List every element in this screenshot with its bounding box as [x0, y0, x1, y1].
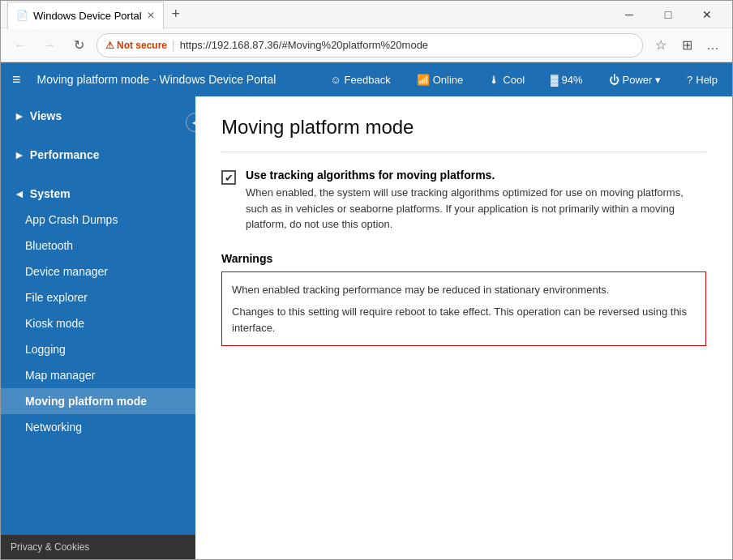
url-separator: | [172, 39, 175, 52]
sidebar-item-kiosk-mode[interactable]: Kiosk mode [1, 310, 195, 336]
content-area: Moving platform mode ✔ Use tracking algo… [195, 96, 732, 559]
sidebar-item-device-manager[interactable]: Device manager [1, 259, 195, 284]
tab-favicon-icon: 📄 [16, 10, 28, 21]
power-icon: ⏻ [609, 74, 619, 86]
checkbox-check-icon: ✔ [225, 172, 234, 184]
online-icon: 📶 [417, 74, 430, 86]
battery-icon: ▓ [551, 74, 558, 86]
sidebar-group-system[interactable]: ◄ System [1, 181, 195, 207]
url-bar[interactable]: ⚠ Not secure | https://192.168.87.36/#Mo… [96, 33, 643, 58]
warning-triangle-icon: ⚠ [105, 40, 114, 51]
security-label: Not secure [117, 40, 167, 51]
tracking-setting-label: Use tracking algorithms for moving platf… [246, 169, 706, 182]
more-options-icon[interactable]: … [701, 34, 724, 57]
online-label: Online [433, 74, 464, 86]
performance-triangle-icon: ► [14, 148, 25, 161]
browser-window: 📄 Windows Device Portal ✕ + ─ □ ✕ ← → ↻ … [0, 0, 733, 560]
sidebar-group-performance[interactable]: ► Performance [1, 142, 195, 168]
power-button[interactable]: ⏻ Power ▾ [602, 71, 667, 89]
help-icon: ? [687, 74, 692, 86]
address-bar: ← → ↻ ⚠ Not secure | https://192.168.87.… [1, 28, 732, 62]
sidebar-scroll: ► Views ► Performance ◄ System App Cras [1, 96, 195, 535]
temperature-icon: 🌡 [489, 74, 499, 86]
help-button[interactable]: ? Help [680, 71, 724, 89]
page-title: Moving platform mode [221, 116, 706, 152]
browser-tab[interactable]: 📄 Windows Device Portal ✕ [7, 2, 164, 29]
hamburger-menu-icon[interactable]: ≡ [9, 68, 24, 92]
sidebar-group-views[interactable]: ► Views [1, 103, 195, 129]
sidebar-item-app-crash-dumps[interactable]: App Crash Dumps [1, 207, 195, 233]
sidebar-item-logging[interactable]: Logging [1, 336, 195, 362]
tracking-setting-content: Use tracking algorithms for moving platf… [246, 169, 706, 233]
app-toolbar-title: Moving platform mode - Windows Device Po… [37, 73, 311, 86]
sidebar-section-performance: ► Performance [1, 135, 195, 174]
tab-close-icon[interactable]: ✕ [147, 10, 155, 21]
sidebar-item-bluetooth[interactable]: Bluetooth [1, 233, 195, 259]
tracking-setting-description: When enabled, the system will use tracki… [246, 185, 706, 233]
warning-line-2: Changes to this setting will require reb… [232, 304, 696, 336]
tab-title: Windows Device Portal [33, 10, 142, 22]
main-layout: ◀ ► Views ► Performance ◄ [1, 96, 732, 559]
sidebar-section-views: ► Views [1, 96, 195, 135]
sidebar-section-system: ◄ System App Crash Dumps Bluetooth Devic… [1, 174, 195, 447]
tracking-checkbox[interactable]: ✔ [221, 170, 236, 185]
title-bar: 📄 Windows Device Portal ✕ + ─ □ ✕ [1, 1, 732, 28]
battery-label: 94% [562, 74, 583, 86]
online-status[interactable]: 📶 Online [410, 71, 470, 89]
refresh-button[interactable]: ↻ [67, 34, 90, 57]
warnings-box: When enabled tracking performance may be… [221, 271, 706, 347]
sidebar-item-networking[interactable]: Networking [1, 414, 195, 440]
views-triangle-icon: ► [14, 109, 25, 122]
warning-line-1: When enabled tracking performance may be… [232, 282, 696, 298]
browser-toolbar-icons: ☆ ⊞ … [649, 34, 724, 57]
app-toolbar: ≡ Moving platform mode - Windows Device … [1, 62, 732, 96]
tracking-setting-row: ✔ Use tracking algorithms for moving pla… [221, 169, 706, 233]
reading-view-icon[interactable]: ⊞ [675, 34, 698, 57]
power-label: Power ▾ [623, 74, 661, 86]
security-warning: ⚠ Not secure [105, 40, 167, 51]
warnings-title: Warnings [221, 252, 706, 265]
forward-button[interactable]: → [38, 34, 61, 57]
temperature-status: 🌡 Cool [482, 71, 531, 89]
sidebar-group-views-label: Views [30, 109, 62, 122]
temperature-label: Cool [503, 74, 525, 86]
url-text: https://192.168.87.36/#Moving%20platform… [180, 39, 428, 51]
favorites-icon[interactable]: ☆ [649, 34, 672, 57]
feedback-icon: ☺ [330, 74, 341, 86]
new-tab-button[interactable]: + [164, 1, 188, 28]
sidebar-item-file-explorer[interactable]: File explorer [1, 284, 195, 310]
help-label: Help [696, 74, 718, 86]
feedback-label: Feedback [345, 74, 391, 86]
battery-status: ▓ 94% [544, 71, 589, 89]
feedback-button[interactable]: ☺ Feedback [324, 71, 397, 89]
tab-area: 📄 Windows Device Portal ✕ + [7, 1, 611, 28]
maximize-button[interactable]: □ [649, 1, 687, 28]
close-button[interactable]: ✕ [688, 1, 726, 28]
warnings-section: Warnings When enabled tracking performan… [221, 252, 706, 347]
sidebar-group-performance-label: Performance [30, 148, 100, 161]
sidebar: ◀ ► Views ► Performance ◄ [1, 96, 195, 559]
privacy-cookies-link[interactable]: Privacy & Cookies [1, 535, 195, 559]
sidebar-item-moving-platform-mode[interactable]: Moving platform mode [1, 388, 195, 414]
back-button[interactable]: ← [9, 34, 32, 57]
sidebar-group-system-label: System [30, 187, 71, 200]
sidebar-item-map-manager[interactable]: Map manager [1, 362, 195, 388]
minimize-button[interactable]: ─ [611, 1, 648, 28]
window-controls: ─ □ ✕ [611, 1, 726, 28]
system-triangle-icon: ◄ [14, 187, 25, 200]
